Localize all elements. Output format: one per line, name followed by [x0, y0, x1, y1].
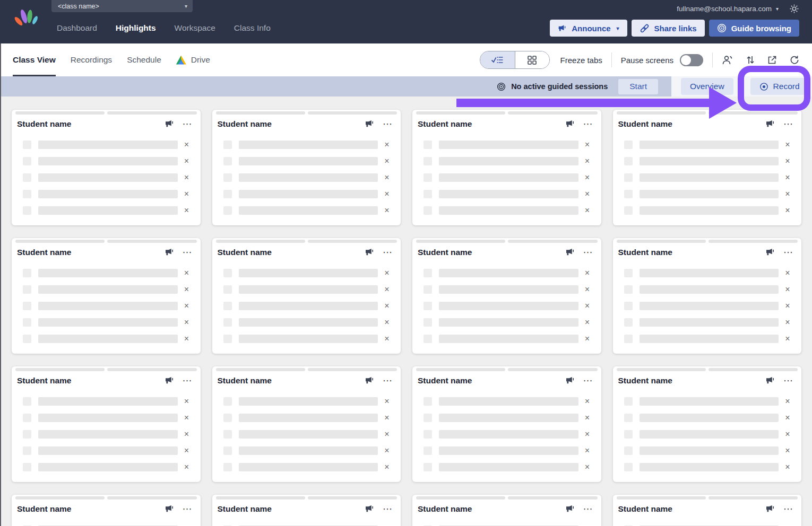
close-tab-icon[interactable]: ×: [583, 157, 592, 165]
more-options-icon[interactable]: ⋯: [783, 250, 793, 255]
megaphone-icon[interactable]: [365, 505, 375, 513]
close-tab-icon[interactable]: ×: [583, 430, 592, 439]
close-tab-icon[interactable]: ×: [583, 335, 592, 343]
close-tab-icon[interactable]: ×: [383, 173, 391, 182]
share-links-button[interactable]: Share links: [632, 20, 705, 37]
close-tab-icon[interactable]: ×: [183, 141, 191, 149]
close-tab-icon[interactable]: ×: [783, 318, 792, 327]
close-tab-icon[interactable]: ×: [783, 463, 792, 471]
megaphone-icon[interactable]: [365, 120, 375, 128]
nav-highlights[interactable]: Highlights: [116, 23, 156, 33]
more-options-icon[interactable]: ⋯: [783, 506, 793, 512]
nav-class-info[interactable]: Class Info: [234, 23, 271, 33]
close-tab-icon[interactable]: ×: [183, 414, 191, 422]
more-options-icon[interactable]: ⋯: [383, 121, 392, 127]
close-tab-icon[interactable]: ×: [583, 173, 592, 182]
announce-button[interactable]: Announce ▾: [550, 20, 627, 37]
close-tab-icon[interactable]: ×: [783, 335, 792, 343]
close-tab-icon[interactable]: ×: [383, 157, 391, 165]
close-tab-icon[interactable]: ×: [583, 141, 592, 149]
close-tab-icon[interactable]: ×: [583, 269, 592, 277]
nav-workspace[interactable]: Workspace: [175, 23, 215, 33]
megaphone-icon[interactable]: [165, 376, 175, 384]
guide-browsing-button[interactable]: Guide browsing: [709, 20, 799, 37]
megaphone-icon[interactable]: [565, 376, 575, 384]
close-tab-icon[interactable]: ×: [583, 446, 592, 455]
close-tab-icon[interactable]: ×: [183, 190, 191, 198]
close-tab-icon[interactable]: ×: [383, 141, 391, 149]
close-tab-icon[interactable]: ×: [783, 157, 792, 165]
close-tab-icon[interactable]: ×: [183, 269, 191, 277]
tab-recordings[interactable]: Recordings: [71, 43, 112, 76]
close-tab-icon[interactable]: ×: [183, 173, 191, 182]
nav-dashboard[interactable]: Dashboard: [57, 23, 97, 33]
more-options-icon[interactable]: ⋯: [183, 506, 192, 512]
close-tab-icon[interactable]: ×: [183, 397, 191, 406]
close-tab-icon[interactable]: ×: [783, 446, 792, 455]
close-tab-icon[interactable]: ×: [383, 269, 391, 277]
close-tab-icon[interactable]: ×: [183, 318, 191, 327]
close-tab-icon[interactable]: ×: [183, 285, 191, 294]
close-tab-icon[interactable]: ×: [583, 206, 592, 215]
close-tab-icon[interactable]: ×: [383, 463, 391, 471]
megaphone-icon[interactable]: [365, 376, 375, 384]
close-tab-icon[interactable]: ×: [383, 397, 391, 406]
close-tab-icon[interactable]: ×: [583, 285, 592, 294]
close-tab-icon[interactable]: ×: [383, 206, 391, 215]
close-tab-icon[interactable]: ×: [783, 190, 792, 198]
megaphone-icon[interactable]: [165, 505, 175, 513]
close-tab-icon[interactable]: ×: [583, 318, 592, 327]
close-tab-icon[interactable]: ×: [183, 206, 191, 215]
close-tab-icon[interactable]: ×: [183, 157, 191, 165]
start-session-button[interactable]: Start: [618, 79, 658, 94]
close-tab-icon[interactable]: ×: [783, 206, 792, 215]
more-options-icon[interactable]: ⋯: [783, 378, 793, 383]
megaphone-icon[interactable]: [565, 505, 575, 513]
tab-schedule[interactable]: Schedule: [127, 43, 161, 76]
close-tab-icon[interactable]: ×: [783, 285, 792, 294]
close-tab-icon[interactable]: ×: [783, 414, 792, 422]
close-tab-icon[interactable]: ×: [183, 430, 191, 439]
megaphone-icon[interactable]: [765, 505, 775, 513]
close-tab-icon[interactable]: ×: [383, 335, 391, 343]
close-tab-icon[interactable]: ×: [783, 173, 792, 182]
close-tab-icon[interactable]: ×: [383, 446, 391, 455]
close-tab-icon[interactable]: ×: [583, 302, 592, 310]
megaphone-icon[interactable]: [165, 248, 175, 256]
more-options-icon[interactable]: ⋯: [383, 378, 392, 383]
close-tab-icon[interactable]: ×: [583, 463, 592, 471]
students-icon[interactable]: [722, 55, 733, 65]
close-tab-icon[interactable]: ×: [383, 430, 391, 439]
close-tab-icon[interactable]: ×: [183, 335, 191, 343]
overview-button[interactable]: Overview: [681, 78, 733, 95]
list-view-segment[interactable]: [480, 51, 515, 68]
record-button[interactable]: Record: [750, 78, 809, 95]
close-tab-icon[interactable]: ×: [383, 414, 391, 422]
tab-drive[interactable]: Drive: [176, 43, 210, 76]
close-tab-icon[interactable]: ×: [783, 269, 792, 277]
megaphone-icon[interactable]: [565, 120, 575, 128]
more-options-icon[interactable]: ⋯: [183, 121, 192, 127]
more-options-icon[interactable]: ⋯: [583, 378, 593, 383]
pause-screens-toggle[interactable]: [680, 54, 703, 66]
close-tab-icon[interactable]: ×: [183, 302, 191, 310]
close-tab-icon[interactable]: ×: [383, 285, 391, 294]
more-options-icon[interactable]: ⋯: [183, 250, 192, 255]
settings-gear-icon[interactable]: [789, 4, 799, 14]
refresh-icon[interactable]: [790, 55, 799, 65]
close-tab-icon[interactable]: ×: [583, 190, 592, 198]
sort-icon[interactable]: [746, 55, 755, 65]
more-options-icon[interactable]: ⋯: [183, 378, 192, 383]
more-options-icon[interactable]: ⋯: [583, 121, 593, 127]
more-options-icon[interactable]: ⋯: [783, 121, 793, 127]
close-tab-icon[interactable]: ×: [183, 446, 191, 455]
grid-view-segment[interactable]: [515, 51, 549, 68]
close-tab-icon[interactable]: ×: [183, 463, 191, 471]
more-options-icon[interactable]: ⋯: [383, 250, 392, 255]
close-tab-icon[interactable]: ×: [383, 318, 391, 327]
close-tab-icon[interactable]: ×: [783, 397, 792, 406]
more-options-icon[interactable]: ⋯: [583, 506, 593, 512]
close-tab-icon[interactable]: ×: [383, 302, 391, 310]
megaphone-icon[interactable]: [565, 248, 575, 256]
more-options-icon[interactable]: ⋯: [583, 250, 593, 255]
